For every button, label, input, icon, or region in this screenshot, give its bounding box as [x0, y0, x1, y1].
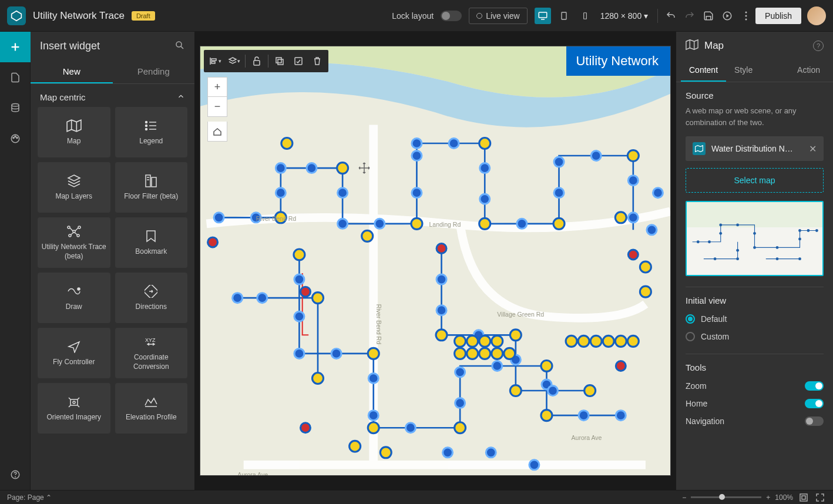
- widget-card-bookmark[interactable]: Bookmark: [115, 217, 188, 268]
- tab-action[interactable]: Action: [789, 59, 828, 82]
- widget-card-coordinate-conversion[interactable]: XYZCoordinate Conversion: [115, 328, 188, 378]
- svg-point-174: [776, 257, 779, 260]
- widget-card-oriented-imagery[interactable]: Oriented Imagery: [38, 383, 110, 434]
- coordinate-icon: XYZ: [144, 334, 158, 350]
- tool-navigation-toggle[interactable]: [805, 416, 824, 426]
- svg-rect-4: [583, 12, 586, 19]
- section-map-centric[interactable]: Map centric: [31, 84, 194, 107]
- map-thumbnail[interactable]: [686, 201, 824, 276]
- svg-point-97: [337, 163, 348, 174]
- widget-search-button[interactable]: [174, 40, 185, 52]
- svg-point-141: [628, 250, 638, 260]
- chevron-up-icon: [177, 92, 185, 102]
- map-home-button[interactable]: [207, 122, 227, 142]
- svg-point-89: [257, 293, 267, 303]
- layers-dropdown-button[interactable]: ▾: [225, 52, 243, 70]
- fit-screen-button[interactable]: [798, 492, 810, 503]
- tab-new[interactable]: New: [31, 61, 113, 83]
- svg-point-12: [12, 104, 19, 107]
- page-selector[interactable]: Page ⌃: [28, 493, 52, 502]
- more-button[interactable]: [737, 6, 755, 25]
- canvas-size-selector[interactable]: 1280 × 800 ▾: [598, 9, 650, 23]
- svg-text:Aurora Ave: Aurora Ave: [237, 471, 268, 475]
- zoom-out-footer[interactable]: −: [682, 493, 686, 502]
- delete-button[interactable]: [308, 52, 326, 70]
- zoom-in-button[interactable]: +: [207, 77, 227, 97]
- tab-content[interactable]: Content: [681, 59, 726, 82]
- user-avatar[interactable]: [807, 6, 826, 25]
- svg-line-42: [70, 233, 73, 235]
- map-canvas[interactable]: River Bend Rd Landing Rd River Bend Rd V…: [200, 46, 671, 476]
- tab-style[interactable]: Style: [726, 59, 761, 82]
- fly-icon: [68, 339, 80, 354]
- directions-icon: [145, 284, 157, 299]
- svg-point-51: [214, 213, 224, 223]
- widget-card-utility-network-trace[interactable]: Utility Network Trace (beta): [38, 217, 110, 268]
- svg-point-112: [313, 293, 324, 304]
- widget-card-legend[interactable]: Legend: [115, 107, 188, 157]
- svg-point-48: [73, 401, 75, 404]
- preview-button[interactable]: [718, 6, 737, 25]
- widget-card-elevation-profile[interactable]: Elevation Profile: [115, 383, 188, 434]
- svg-point-170: [798, 229, 801, 232]
- svg-rect-47: [70, 399, 78, 405]
- align-button[interactable]: ▾: [206, 52, 224, 70]
- insert-widget-button[interactable]: [0, 32, 31, 62]
- data-rail-button[interactable]: [0, 93, 31, 123]
- page-rail-button[interactable]: [0, 62, 31, 93]
- lock-button[interactable]: [248, 52, 266, 70]
- oriented-imagery-icon: [67, 394, 81, 409]
- source-card[interactable]: Water Distribution N… ✕: [686, 136, 824, 161]
- zoom-slider[interactable]: [691, 496, 761, 498]
- svg-point-82: [579, 411, 589, 421]
- undo-button[interactable]: [661, 6, 680, 25]
- tool-home-toggle[interactable]: [805, 399, 824, 408]
- widget-card-draw[interactable]: Draw: [38, 273, 110, 323]
- svg-point-132: [281, 138, 293, 149]
- help-rail-button[interactable]: [0, 459, 31, 490]
- fullscreen-button[interactable]: [814, 492, 826, 503]
- save-button[interactable]: [699, 6, 718, 25]
- main-area: Insert widget New Pending Map centric Ma…: [0, 32, 833, 490]
- svg-point-136: [640, 286, 651, 297]
- widget-card-map[interactable]: Map: [38, 107, 110, 157]
- svg-point-128: [615, 335, 626, 347]
- svg-point-60: [412, 151, 422, 161]
- select-map-button[interactable]: Select map: [686, 168, 824, 193]
- svg-marker-21: [67, 120, 81, 132]
- svg-point-95: [529, 460, 539, 470]
- tab-pending[interactable]: Pending: [113, 61, 195, 83]
- svg-point-164: [719, 223, 722, 226]
- tool-zoom-toggle[interactable]: [805, 381, 824, 391]
- widget-card-map-layers[interactable]: Map Layers: [38, 162, 110, 213]
- radio-custom[interactable]: Custom: [686, 328, 824, 345]
- svg-point-65: [517, 219, 527, 229]
- zoom-out-button[interactable]: −: [207, 97, 227, 117]
- theme-rail-button[interactable]: [0, 123, 31, 154]
- publish-button[interactable]: Publish: [755, 8, 801, 24]
- svg-point-173: [736, 249, 739, 252]
- redo-button[interactable]: [680, 6, 699, 25]
- widget-card-directions[interactable]: Directions: [115, 273, 188, 323]
- lock-layout-toggle[interactable]: [441, 11, 462, 21]
- device-desktop-button[interactable]: [535, 8, 551, 24]
- app-logo[interactable]: [7, 6, 26, 25]
- svg-point-58: [375, 219, 385, 229]
- device-phone-button[interactable]: [577, 8, 593, 24]
- zoom-in-footer[interactable]: +: [766, 493, 770, 502]
- help-icon[interactable]: ?: [813, 41, 824, 51]
- svg-point-44: [78, 288, 80, 290]
- svg-point-36: [73, 230, 75, 233]
- svg-rect-150: [211, 59, 216, 61]
- live-view-button[interactable]: Live view: [469, 8, 528, 24]
- remove-source-button[interactable]: ✕: [809, 143, 817, 154]
- pending-button[interactable]: [290, 52, 307, 70]
- svg-point-16: [16, 137, 17, 138]
- device-tablet-button[interactable]: [556, 8, 572, 24]
- radio-default[interactable]: Default: [686, 310, 824, 328]
- widget-card-fly-controller[interactable]: Fly Controller: [38, 328, 110, 378]
- duplicate-button[interactable]: [271, 52, 288, 70]
- widget-card-floor-filter[interactable]: Floor Filter (beta): [115, 162, 188, 213]
- topbar: Utility Network Trace Draft Lock layout …: [0, 0, 833, 32]
- svg-point-166: [753, 232, 756, 235]
